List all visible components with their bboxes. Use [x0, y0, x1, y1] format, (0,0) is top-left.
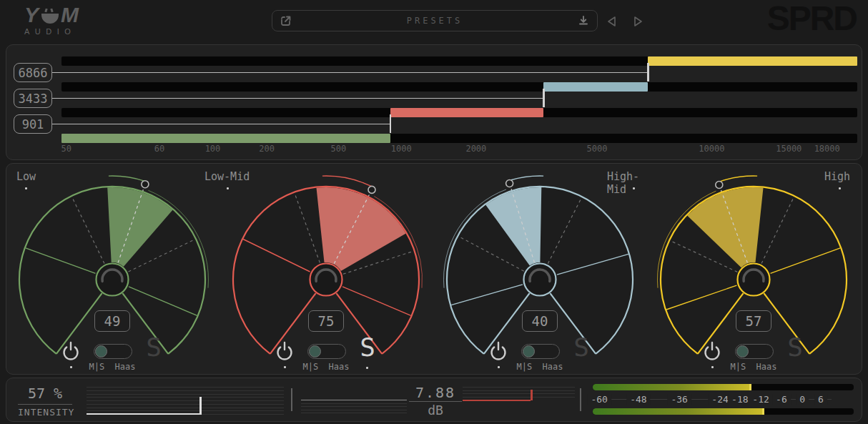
header-bar: Y M AUDIO PRESETS SPRD — [0, 0, 868, 41]
db-right-line — [463, 390, 575, 391]
band-power-button[interactable] — [701, 339, 724, 363]
solo-button[interactable]: S — [353, 334, 382, 361]
dial-top-curve — [720, 176, 757, 182]
presets-label: PRESETS — [407, 16, 463, 26]
band-width-value[interactable]: 40 — [522, 310, 558, 332]
band-cell-high-mid: High-Mid40M|S HaasS — [434, 164, 648, 374]
power-led — [70, 366, 72, 368]
ms-haas-label: M|S Haas — [714, 362, 794, 372]
db-left-line — [301, 403, 407, 404]
width-db-handle[interactable] — [531, 390, 533, 400]
meter-bar-bottom — [593, 408, 854, 415]
dial-marker-handle[interactable] — [368, 186, 375, 193]
dial-marker-handle[interactable] — [142, 181, 149, 188]
ms-haas-toggle[interactable] — [735, 344, 774, 359]
ms-haas-toggle[interactable] — [94, 344, 132, 359]
meter-scale-label: -60 — [587, 394, 611, 405]
crossover-split-handle[interactable] — [647, 63, 649, 82]
brand-y: Y — [24, 6, 39, 24]
intensity-slider[interactable] — [87, 378, 284, 421]
meter-bar-top — [593, 384, 854, 390]
band-led — [227, 187, 229, 189]
width-db-value: 7.88 — [403, 384, 468, 401]
next-preset-button[interactable] — [631, 16, 645, 27]
db-left-line — [301, 410, 407, 410]
freq-axis-label: 15000 — [776, 144, 802, 154]
dial-top-curve — [511, 176, 543, 180]
meter-fill-top — [593, 384, 751, 390]
crossover-split-handle[interactable] — [543, 89, 545, 107]
solo-led — [366, 367, 368, 369]
band-cell-low: Low49M|S HaasS — [6, 164, 220, 374]
db-left-line — [301, 400, 407, 400]
freq-axis-label: 2000 — [465, 144, 486, 154]
meter-scale-label: -6 — [772, 394, 791, 405]
band-strip-high — [61, 56, 857, 66]
intensity-label: INTENSITY — [18, 407, 72, 418]
ms-haas-label: M|S Haas — [286, 362, 366, 372]
toggle-knob — [523, 345, 535, 358]
spread-dial[interactable] — [648, 164, 862, 374]
dial-marker-handle[interactable] — [506, 180, 513, 187]
band-power-button[interactable] — [487, 339, 510, 363]
band-label-low-mid: Low-Mid — [204, 170, 250, 183]
intensity-handle[interactable] — [199, 397, 202, 415]
ms-haas-toggle[interactable] — [307, 344, 346, 359]
slider-line — [87, 390, 284, 391]
freq-axis-label: 5000 — [587, 144, 608, 154]
width-db-fill — [463, 400, 531, 401]
band-power-button[interactable] — [59, 339, 82, 363]
solo-button[interactable]: S — [781, 334, 809, 361]
external-link-icon[interactable] — [280, 14, 292, 27]
band-power-button[interactable] — [273, 339, 296, 363]
freq-axis-label: 60 — [154, 144, 164, 154]
sprd-logo: SPRD — [767, 0, 857, 38]
meter-scale-label: 0 — [796, 394, 809, 405]
band-label-low: Low — [16, 170, 36, 183]
yum-audio-logo: Y M AUDIO — [24, 6, 79, 36]
band-segment-low — [61, 134, 390, 143]
preset-selector[interactable]: PRESETS — [272, 10, 598, 31]
band-width-value[interactable]: 75 — [308, 310, 344, 332]
footer-separator-2 — [580, 388, 581, 411]
freq-axis-label: 1000 — [391, 144, 412, 154]
crossover-value-box[interactable]: 6866 — [14, 63, 52, 82]
crossover-split-handle[interactable] — [390, 114, 392, 133]
dial-top-curve — [322, 176, 372, 187]
meter-cap-bottom — [762, 408, 764, 415]
crossover-value-box[interactable]: 901 — [14, 114, 52, 134]
meter-scale-label: -36 — [667, 394, 691, 405]
band-width-value[interactable]: 57 — [736, 310, 771, 332]
crossover-divider-line — [52, 124, 390, 125]
slider-line — [87, 408, 284, 408]
ms-haas-toggle[interactable] — [521, 344, 560, 359]
spread-dial[interactable] — [220, 164, 434, 374]
slider-line — [87, 394, 284, 395]
slider-line — [87, 400, 284, 401]
freq-axis-label: 10000 — [699, 144, 724, 154]
band-width-value[interactable]: 49 — [94, 310, 130, 332]
spread-dial[interactable] — [6, 164, 220, 374]
freq-axis-label: 500 — [330, 144, 346, 154]
db-right-line — [463, 397, 575, 398]
crossover-value-box[interactable]: 3433 — [14, 89, 52, 108]
crossover-divider-line — [52, 72, 648, 74]
band-label-high: High — [824, 170, 850, 183]
intensity-value: 57 % — [18, 385, 72, 402]
brand-sub-label: AUDIO — [24, 27, 79, 36]
width-db-slider[interactable] — [463, 378, 575, 421]
width-db-rule — [409, 401, 462, 402]
dial-marker-handle[interactable] — [716, 182, 723, 189]
band-led — [633, 187, 635, 189]
solo-button[interactable]: S — [567, 334, 596, 361]
prev-preset-button[interactable] — [605, 16, 619, 27]
footer-separator-1 — [291, 388, 292, 411]
band-dials-panel: Low49M|S HaasSLow-Mid75M|S HaasSHigh-Mid… — [6, 163, 862, 375]
intensity-rule — [18, 404, 72, 405]
download-preset-icon[interactable] — [577, 14, 590, 27]
crossover-divider-line — [52, 98, 543, 99]
ms-haas-label: M|S Haas — [72, 362, 152, 372]
intensity-fill — [87, 413, 199, 415]
freq-axis-label: 100 — [205, 144, 221, 154]
solo-button[interactable]: S — [139, 334, 168, 361]
